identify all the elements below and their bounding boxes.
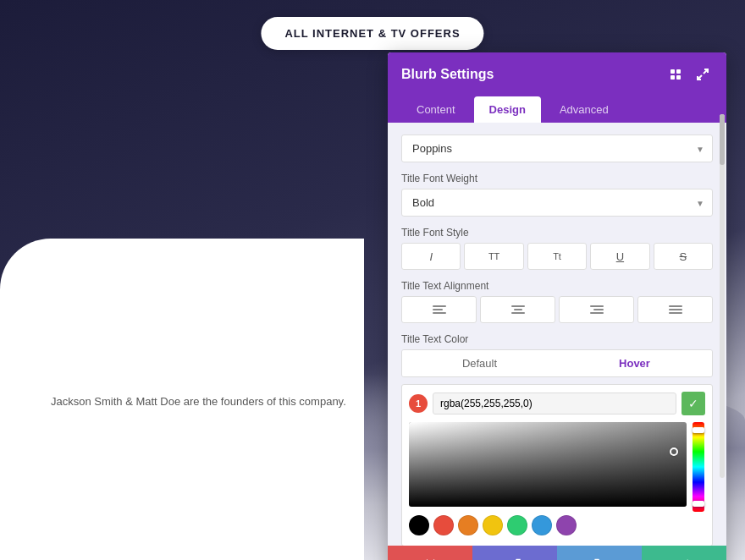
swatch-blue[interactable]	[532, 515, 552, 535]
font-weight-select[interactable]: Bold Normal Light	[401, 189, 713, 217]
italic-button[interactable]: I	[401, 243, 461, 270]
swatch-yellow[interactable]	[483, 515, 503, 535]
align-left-button[interactable]	[401, 296, 477, 323]
reset-button[interactable]: ↺	[472, 546, 557, 560]
tab-content[interactable]: Content	[401, 96, 471, 123]
color-default-tab[interactable]: Default	[402, 350, 557, 376]
swatch-green[interactable]	[507, 515, 527, 535]
color-tabs: Default Hover	[401, 349, 713, 377]
text-color-row: Title Text Color Default Hover 1 ✓	[401, 333, 713, 546]
swatch-black[interactable]	[409, 515, 429, 535]
panel-header-icons	[665, 64, 713, 85]
tab-bar: Content Design Advanced	[388, 96, 726, 123]
settings-icon	[669, 68, 682, 81]
panel-scrollbar-thumb	[720, 114, 725, 165]
align-right-button[interactable]	[559, 296, 634, 323]
font-family-select-wrap: Poppins Roboto Open Sans ▼	[401, 135, 713, 162]
hue-track[interactable]	[693, 422, 704, 512]
font-family-row: Poppins Roboto Open Sans ▼	[401, 135, 713, 162]
color-confirm-button[interactable]: ✓	[682, 392, 705, 415]
top-button-wrap: ALL INTERNET & TV OFFERS	[261, 17, 483, 50]
svg-rect-0	[670, 69, 675, 74]
align-justify-button[interactable]	[637, 296, 713, 323]
align-right-icon	[590, 305, 604, 314]
blurb-settings-panel: Blurb Settings Content	[388, 52, 726, 560]
color-hover-tab[interactable]: Hover	[557, 350, 712, 376]
align-center-button[interactable]	[480, 296, 555, 323]
resize-icon	[696, 68, 709, 81]
resize-icon-button[interactable]	[693, 64, 713, 85]
hue-thumb-top	[693, 427, 704, 433]
top-offer-button[interactable]: ALL INTERNET & TV OFFERS	[261, 17, 483, 50]
svg-rect-2	[670, 75, 675, 80]
swatch-purple[interactable]	[556, 515, 577, 535]
tab-design[interactable]: Design	[474, 96, 541, 123]
svg-rect-3	[676, 75, 681, 80]
cancel-button[interactable]: ✕	[388, 546, 472, 560]
font-family-select[interactable]: Poppins Roboto Open Sans	[401, 135, 713, 162]
color-picker-container: 1 ✓	[401, 384, 713, 546]
lightness-overlay	[409, 422, 687, 507]
color-swatches	[409, 512, 687, 539]
gradient-picker[interactable]	[409, 422, 687, 507]
font-weight-row: Title Font Weight Bold Normal Light ▼	[401, 173, 713, 217]
text-alignment-row: Title Text Alignment	[401, 280, 713, 323]
panel-title: Blurb Settings	[401, 67, 494, 82]
settings-icon-button[interactable]	[665, 64, 686, 85]
underline-button[interactable]: U	[590, 243, 649, 270]
gradient-cursor	[670, 447, 678, 456]
picker-gradient-wrap	[409, 422, 687, 539]
font-weight-select-wrap: Bold Normal Light ▼	[401, 189, 713, 217]
tab-advanced[interactable]: Advanced	[544, 96, 624, 123]
color-input-row: 1 ✓	[409, 392, 705, 415]
align-center-icon	[511, 305, 525, 314]
align-left-icon	[433, 305, 446, 314]
swatch-orange[interactable]	[458, 515, 478, 535]
panel-body: Poppins Roboto Open Sans ▼ Title Font We…	[388, 123, 726, 546]
hue-slider-wrap	[692, 422, 705, 539]
picker-main	[409, 422, 705, 539]
panel-header: Blurb Settings	[388, 52, 726, 96]
founder-text: Jackson Smith & Matt Doe are the founder…	[51, 395, 346, 408]
bottom-bar: ✕ ↺ ↻ ✓	[388, 546, 726, 560]
font-style-buttons: I TT Tt U S	[401, 243, 713, 270]
uppercase-button[interactable]: TT	[464, 243, 523, 270]
redo-button[interactable]: ↻	[557, 546, 642, 560]
svg-rect-1	[676, 69, 681, 74]
font-style-row: Title Font Style I TT Tt U S	[401, 227, 713, 270]
hue-thumb-bottom	[693, 501, 704, 507]
text-alignment-label: Title Text Alignment	[401, 280, 713, 292]
color-circle-number: 1	[409, 394, 428, 413]
panel-scrollbar[interactable]	[720, 114, 725, 478]
confirm-button[interactable]: ✓	[642, 546, 726, 560]
color-text-input[interactable]	[433, 393, 676, 415]
alignment-buttons	[401, 296, 713, 323]
font-weight-label: Title Font Weight	[401, 173, 713, 184]
text-color-label: Title Text Color	[401, 333, 713, 345]
strikethrough-button[interactable]: S	[654, 243, 713, 270]
swatch-red[interactable]	[433, 515, 454, 535]
capitalize-button[interactable]: Tt	[527, 243, 587, 270]
align-justify-icon	[669, 305, 682, 314]
font-style-label: Title Font Style	[401, 227, 713, 239]
